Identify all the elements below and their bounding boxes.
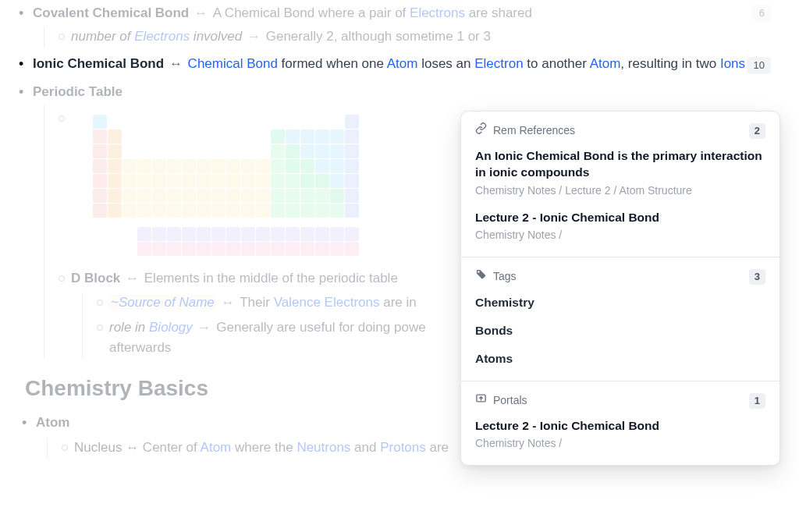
- portal-item[interactable]: Lecture 2 - Ionic Chemical Bond Chemistr…: [475, 417, 765, 452]
- panel-header-label: Rem References: [493, 122, 575, 140]
- note-ionic[interactable]: Ionic Chemical Bond ↔ Chemical Bond form…: [12, 54, 780, 74]
- term-ionic: Ionic Chemical Bond: [33, 56, 164, 71]
- ref-item[interactable]: An Ionic Chemical Bond is the primary in…: [475, 147, 765, 200]
- link-electron[interactable]: Electron: [474, 56, 523, 71]
- link-valence-electrons[interactable]: Valence Electrons: [274, 295, 380, 310]
- tag-item[interactable]: Bonds: [475, 321, 765, 340]
- term-dblock: D Block: [71, 271, 120, 286]
- term-covalent: Covalent Chemical Bond: [33, 5, 189, 20]
- panel-section-portals: Portals 1 Lecture 2 - Ionic Chemical Bon…: [461, 381, 779, 465]
- link-biology[interactable]: Biology: [149, 320, 193, 335]
- panel-header-label: Tags: [493, 268, 517, 286]
- ref-item[interactable]: Lecture 2 - Ionic Chemical Bond Chemistr…: [475, 209, 765, 244]
- term-atom: Atom: [36, 415, 69, 430]
- slot-source-of-name[interactable]: ~Source of Name: [109, 295, 216, 310]
- panel-section-refs: Rem References 2 An Ionic Chemical Bond …: [461, 112, 779, 257]
- arrow-right-icon: →: [198, 320, 215, 335]
- note-covalent[interactable]: Covalent Chemical Bond ↔ A Chemical Bond…: [12, 3, 780, 48]
- tags-count: 3: [749, 269, 765, 285]
- link-ions[interactable]: Ions: [720, 56, 745, 71]
- references-panel[interactable]: Rem References 2 An Ionic Chemical Bond …: [460, 111, 780, 466]
- arrow-icon: ↔: [194, 5, 211, 20]
- refs-count: 2: [749, 123, 765, 139]
- link-electrons[interactable]: Electrons: [410, 5, 465, 20]
- arrow-icon: ↔: [169, 56, 186, 71]
- portals-count: 1: [749, 393, 765, 409]
- note-covalent-child[interactable]: number of Electrons involved → Generally…: [51, 27, 780, 47]
- dblock-def: Elements in the middle of the periodic t…: [144, 271, 398, 286]
- panel-section-tags: Tags 3 Chemistry Bonds Atoms: [461, 257, 779, 381]
- link-atom[interactable]: Atom: [387, 56, 418, 71]
- def-text: A Chemical Bond where a pair of: [213, 5, 410, 20]
- term-periodic: Periodic Table: [33, 84, 123, 99]
- slot-label-pre: number of: [71, 29, 134, 44]
- arrow-right-icon: →: [247, 29, 265, 44]
- link-icon: [475, 122, 487, 140]
- link-atom-2[interactable]: Atom: [590, 56, 621, 71]
- def-text-post: are shared: [465, 5, 532, 20]
- arrow-icon: ↔: [222, 295, 239, 310]
- ref-count-badge[interactable]: 10: [748, 57, 771, 74]
- slot-value: Generally 2, although sometime 1 or 3: [266, 29, 491, 44]
- tag-item[interactable]: Chemistry: [475, 293, 765, 312]
- portal-icon: [475, 392, 487, 410]
- link-electrons-child[interactable]: Electrons: [134, 29, 190, 44]
- panel-header-label: Portals: [493, 392, 527, 410]
- slot-label-post: involved: [190, 29, 242, 44]
- tag-item[interactable]: Atoms: [475, 349, 765, 368]
- ref-count-badge[interactable]: 6: [753, 5, 771, 22]
- link-chemical-bond[interactable]: Chemical Bond: [188, 56, 278, 71]
- arrow-icon: ↔: [126, 271, 143, 286]
- tag-icon: [475, 268, 487, 286]
